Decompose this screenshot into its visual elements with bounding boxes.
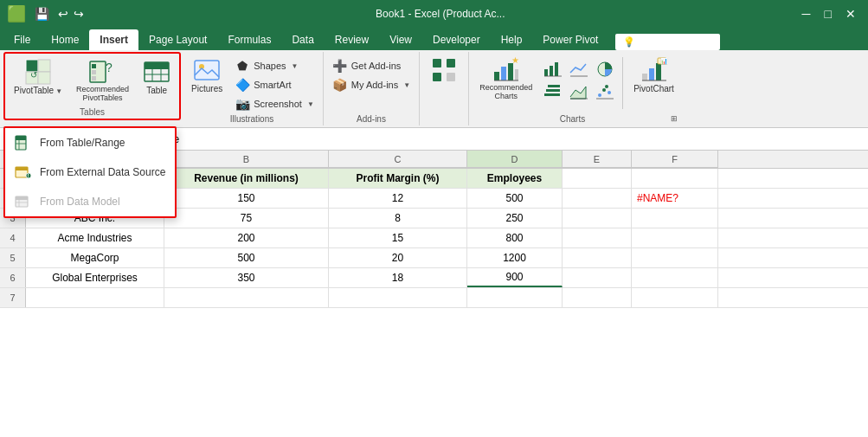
tab-formulas[interactable]: Formulas bbox=[217, 29, 281, 50]
apps-content bbox=[425, 54, 463, 122]
pictures-label: Pictures bbox=[191, 84, 222, 94]
col-header-b[interactable]: B bbox=[164, 151, 329, 168]
screenshot-button[interactable]: 📷 Screenshot ▼ bbox=[231, 95, 318, 112]
cell-d6[interactable]: 900 bbox=[467, 268, 563, 287]
cell-b6[interactable]: 350 bbox=[164, 268, 329, 287]
cell-c4[interactable]: 15 bbox=[329, 228, 467, 247]
cell-b4[interactable]: 200 bbox=[164, 228, 329, 247]
ribbon: ↺ PivotTable ▼ bbox=[0, 50, 868, 128]
get-addins-button[interactable]: ➕ Get Add-ins bbox=[329, 57, 404, 74]
from-external-data-item[interactable]: ! From External Data Source bbox=[5, 157, 175, 187]
cell-f2[interactable]: #NAME? bbox=[632, 189, 718, 208]
table-row: 6 Global Enterprises 350 18 900 bbox=[0, 268, 868, 288]
svg-rect-34 bbox=[501, 67, 506, 80]
cell-a5[interactable]: MegaCorp bbox=[26, 248, 164, 267]
cell-b5[interactable]: 500 bbox=[164, 248, 329, 267]
cell-e5[interactable] bbox=[563, 248, 632, 267]
tab-home[interactable]: Home bbox=[41, 29, 89, 50]
from-table-range-item[interactable]: From Table/Range bbox=[5, 128, 175, 157]
cell-e2[interactable] bbox=[563, 189, 632, 208]
table-button[interactable]: Table bbox=[138, 55, 176, 99]
redo-icon[interactable]: ↪ bbox=[74, 7, 84, 21]
cell-e6[interactable] bbox=[563, 268, 632, 287]
tab-file[interactable]: File bbox=[3, 29, 41, 50]
cell-a4[interactable]: Acme Industries bbox=[26, 228, 164, 247]
cell-d5[interactable]: 1200 bbox=[467, 248, 563, 267]
pivotchart-label: PivotChart bbox=[633, 84, 674, 94]
tab-review[interactable]: Review bbox=[325, 29, 379, 50]
cell-b3[interactable]: 75 bbox=[164, 209, 329, 228]
area-chart-button[interactable] bbox=[567, 81, 591, 102]
svg-text:!: ! bbox=[28, 173, 29, 178]
tab-developer[interactable]: Developer bbox=[422, 29, 491, 50]
recommended-charts-button[interactable]: ★ RecommendedCharts bbox=[474, 54, 537, 104]
cell-d2[interactable]: 500 bbox=[467, 189, 563, 208]
cell-c6[interactable]: 18 bbox=[329, 268, 467, 287]
cell-e7[interactable] bbox=[563, 288, 632, 307]
my-addins-button[interactable]: 📦 My Add-ins ▼ bbox=[329, 76, 414, 93]
scatter-chart-button[interactable] bbox=[593, 81, 617, 102]
cell-f4[interactable] bbox=[632, 228, 718, 247]
bar-chart-button[interactable] bbox=[541, 81, 565, 102]
shapes-arrow: ▼ bbox=[292, 62, 299, 70]
from-data-model-item[interactable]: From Data Model bbox=[5, 187, 175, 216]
cell-c3[interactable]: 8 bbox=[329, 209, 467, 228]
col-header-c[interactable]: C bbox=[329, 151, 467, 168]
cell-c5[interactable]: 20 bbox=[329, 248, 467, 267]
tab-insert[interactable]: Insert bbox=[89, 29, 138, 50]
tab-powerpivot[interactable]: Power Pivot bbox=[532, 29, 608, 50]
col-header-d[interactable]: D bbox=[467, 151, 563, 168]
cell-a7[interactable] bbox=[26, 288, 164, 307]
cell-c2[interactable]: 12 bbox=[329, 189, 467, 208]
cell-e4[interactable] bbox=[563, 228, 632, 247]
cell-b7[interactable] bbox=[164, 288, 329, 307]
svg-rect-40 bbox=[550, 66, 553, 76]
tab-data[interactable]: Data bbox=[281, 29, 324, 50]
tell-me-box[interactable]: 💡 Tell me what yo... bbox=[615, 34, 720, 50]
pictures-icon bbox=[193, 56, 221, 84]
cell-c7[interactable] bbox=[329, 288, 467, 307]
cell-d3[interactable]: 250 bbox=[467, 209, 563, 228]
pivottable-dropdown-arrow[interactable]: ▼ bbox=[55, 87, 62, 95]
cell-a6[interactable]: Global Enterprises bbox=[26, 268, 164, 287]
charts-expand-icon[interactable]: ⊞ bbox=[671, 114, 678, 123]
cell-f1[interactable] bbox=[632, 169, 718, 188]
pivotchart-button[interactable]: 📊 PivotChart bbox=[628, 54, 679, 97]
cell-e1[interactable] bbox=[563, 169, 632, 188]
cell-e3[interactable] bbox=[563, 209, 632, 228]
pictures-button[interactable]: Pictures bbox=[186, 54, 228, 97]
cell-f5[interactable] bbox=[632, 248, 718, 267]
pivotchart-icon: 📊 bbox=[640, 56, 668, 84]
col-header-e[interactable]: E bbox=[563, 151, 632, 168]
cell-d4[interactable]: 800 bbox=[467, 228, 563, 247]
save-icon[interactable]: 💾 bbox=[35, 7, 49, 21]
svg-rect-46 bbox=[546, 89, 560, 92]
tab-view[interactable]: View bbox=[379, 29, 422, 50]
formula-input[interactable] bbox=[100, 133, 868, 145]
pie-chart-button[interactable] bbox=[593, 59, 617, 80]
table-row: 4 Acme Industries 200 15 800 bbox=[0, 228, 868, 248]
svg-rect-54 bbox=[642, 74, 647, 80]
cell-f6[interactable] bbox=[632, 268, 718, 287]
header-cell-d1[interactable]: Employees bbox=[467, 169, 563, 188]
header-cell-c1[interactable]: Profit Margin (%) bbox=[329, 169, 467, 188]
recommended-pivottables-button[interactable]: ? RecommendedPivotTables bbox=[71, 55, 134, 106]
cell-d7[interactable] bbox=[467, 288, 563, 307]
smartart-button[interactable]: 🔷 SmartArt bbox=[231, 76, 318, 93]
shapes-button[interactable]: ⬟ Shapes ▼ bbox=[231, 57, 318, 74]
apps-button[interactable] bbox=[425, 54, 463, 87]
col-header-f[interactable]: F bbox=[632, 151, 718, 168]
column-chart-button[interactable] bbox=[541, 59, 565, 80]
tab-pagelayout[interactable]: Page Layout bbox=[138, 29, 217, 50]
pivottable-button[interactable]: ↺ PivotTable ▼ bbox=[9, 55, 68, 99]
header-cell-b1[interactable]: Revenue (in millions) bbox=[164, 169, 329, 188]
cell-b2[interactable]: 150 bbox=[164, 189, 329, 208]
cell-f3[interactable] bbox=[632, 209, 718, 228]
svg-text:📊: 📊 bbox=[660, 57, 668, 65]
line-chart-button[interactable] bbox=[567, 59, 591, 80]
tab-help[interactable]: Help bbox=[491, 29, 533, 50]
illustrations-content: Pictures ⬟ Shapes ▼ 🔷 SmartArt 📷 Screens… bbox=[186, 54, 318, 112]
shapes-label: Shapes bbox=[254, 61, 286, 71]
undo-icon[interactable]: ↩ bbox=[58, 7, 68, 21]
cell-f7[interactable] bbox=[632, 288, 718, 307]
